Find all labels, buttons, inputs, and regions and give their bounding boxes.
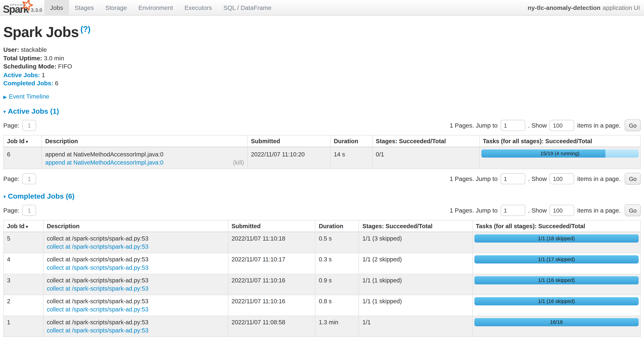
job-detail-link[interactable]: collect at /spark-scripts/spark-ad.py:53 xyxy=(47,285,148,292)
spark-logo: APACHE Spark ™ 3.3.0 xyxy=(0,0,41,15)
col-header-submitted[interactable]: Submitted xyxy=(228,220,315,232)
job-detail-link[interactable]: collect at /spark-scripts/spark-ad.py:53 xyxy=(47,264,148,271)
col-header-stages[interactable]: Stages: Succeeded/Total xyxy=(372,135,479,147)
pages-text: 1 Pages. Jump to xyxy=(450,207,498,214)
job-detail-link[interactable]: collect at /spark-scripts/spark-ad.py:53 xyxy=(47,243,148,250)
jump-to-input[interactable] xyxy=(500,173,525,184)
items-text: items in a page. xyxy=(577,175,621,182)
jump-to-input[interactable] xyxy=(500,120,525,131)
submitted-cell: 2022/11/07 11:10:17 xyxy=(228,253,315,274)
col-header-tasks[interactable]: Tasks (for all stages): Succeeded/Total xyxy=(472,220,640,232)
table-row: 6 append at NativeMethodAccessorImpl.jav… xyxy=(4,147,640,169)
stages-cell: 1/1 (1 skipped) xyxy=(359,274,472,295)
application-name-bold: ny-tlc-anomaly-detection xyxy=(528,4,600,11)
col-header-description[interactable]: Description xyxy=(43,220,228,232)
pagination-controls: 1 Pages. Jump to . Show items in a page.… xyxy=(450,119,641,131)
go-button[interactable]: Go xyxy=(625,119,641,131)
job-detail-link[interactable]: collect at /spark-scripts/spark-ad.py:53 xyxy=(47,306,148,313)
tab-stages[interactable]: Stages xyxy=(69,0,100,15)
tab-executors[interactable]: Executors xyxy=(179,0,218,15)
pagination-row: Page: 1 Pages. Jump to . Show items in a… xyxy=(3,204,641,216)
go-button[interactable]: Go xyxy=(625,173,641,185)
pagination-controls: 1 Pages. Jump to . Show items in a page.… xyxy=(450,204,641,216)
col-header-job-id[interactable]: Job Id▾ xyxy=(4,135,42,147)
submitted-cell: 2022/11/07 11:08:58 xyxy=(228,316,315,337)
job-description-text: collect at /spark-scripts/spark-ad.py:53 xyxy=(47,235,224,242)
summary-completed-jobs: Completed Jobs: 6 xyxy=(3,80,641,86)
tasks-progress-bar: 15/19 (4 running) xyxy=(481,149,639,158)
table-row: 2 collect at /spark-scripts/spark-ad.py:… xyxy=(4,295,640,316)
expand-arrow-icon: ▶ xyxy=(3,94,7,99)
active-jobs-link[interactable]: Active Jobs: xyxy=(3,71,40,78)
go-button[interactable]: Go xyxy=(625,204,641,216)
page-number-input[interactable] xyxy=(22,173,36,184)
submitted-cell: 2022/11/07 11:10:20 xyxy=(248,147,330,169)
table-row: 1 collect at /spark-scripts/spark-ad.py:… xyxy=(4,316,640,337)
page-selector: Page: xyxy=(3,120,36,131)
col-header-job-id[interactable]: Job Id▾ xyxy=(4,220,43,232)
pages-text: 1 Pages. Jump to xyxy=(450,175,498,182)
tasks-progress-cell: 1/1 (17 skipped) xyxy=(472,253,640,274)
duration-cell: 0.8 s xyxy=(315,295,359,316)
job-id-cell: 1 xyxy=(4,316,43,337)
col-header-stages[interactable]: Stages: Succeeded/Total xyxy=(359,220,472,232)
job-id-cell: 5 xyxy=(4,232,43,253)
job-description-text: collect at /spark-scripts/spark-ad.py:53 xyxy=(47,277,224,284)
spark-logo-mark: APACHE Spark ™ xyxy=(3,1,29,14)
job-summary-list: User: stackable Total Uptime: 3.0 min Sc… xyxy=(3,46,641,87)
job-description-text: collect at /spark-scripts/spark-ad.py:53 xyxy=(47,319,224,326)
duration-cell: 0.3 s xyxy=(315,253,359,274)
application-name: ny-tlc-anomaly-detection application UI xyxy=(528,0,644,15)
job-detail-link[interactable]: append at NativeMethodAccessorImpl.java:… xyxy=(45,159,164,166)
items-per-page-input[interactable] xyxy=(550,173,574,184)
stages-cell: 1/1 (3 skipped) xyxy=(359,232,472,253)
col-header-description[interactable]: Description xyxy=(42,135,248,147)
col-header-duration[interactable]: Duration xyxy=(330,135,372,147)
col-header-tasks[interactable]: Tasks (for all stages): Succeeded/Total xyxy=(479,135,640,147)
progress-label: 1/1 (17 skipped) xyxy=(474,255,638,264)
duration-cell: 0.5 s xyxy=(315,232,359,253)
page-number-input[interactable] xyxy=(22,120,36,131)
items-per-page-input[interactable] xyxy=(550,120,574,131)
completed-jobs-section-header[interactable]: ▾Completed Jobs (6) xyxy=(3,192,641,201)
tab-environment[interactable]: Environment xyxy=(133,0,179,15)
tasks-progress-bar: 1/1 (17 skipped) xyxy=(474,255,638,264)
tab-sql-dataframe[interactable]: SQL / DataFrame xyxy=(218,0,277,15)
completed-jobs-link[interactable]: Completed Jobs: xyxy=(3,80,53,86)
summary-scheduling-mode: Scheduling Mode: FIFO xyxy=(3,63,641,70)
pages-text: 1 Pages. Jump to xyxy=(450,122,498,129)
page-title: Spark Jobs(?) xyxy=(3,24,641,40)
tasks-progress-bar: 1/1 (16 skipped) xyxy=(474,297,638,305)
page-selector: Page: xyxy=(3,173,36,184)
summary-active-jobs: Active Jobs: 1 xyxy=(3,71,641,78)
logo-trademark: ™ xyxy=(26,12,28,14)
show-text: . Show xyxy=(528,175,547,182)
page-number-input[interactable] xyxy=(22,205,36,216)
duration-cell: 1.3 min xyxy=(315,316,359,337)
col-header-duration[interactable]: Duration xyxy=(315,220,359,232)
tab-jobs[interactable]: Jobs xyxy=(44,0,69,15)
top-navbar: APACHE Spark ™ 3.3.0 Jobs Stages Storage… xyxy=(0,0,644,16)
col-header-submitted[interactable]: Submitted xyxy=(248,135,330,147)
help-link[interactable]: (?) xyxy=(80,25,90,34)
tasks-progress-cell: 1/1 (16 skipped) xyxy=(472,274,640,295)
kill-link[interactable]: (kill) xyxy=(233,159,244,166)
items-per-page-input[interactable] xyxy=(550,205,574,216)
show-text: . Show xyxy=(528,207,547,214)
jump-to-input[interactable] xyxy=(500,205,525,216)
stages-cell: 1/1 xyxy=(359,316,472,337)
page-label: Page: xyxy=(3,122,20,129)
event-timeline-toggle[interactable]: ▶Event Timeline xyxy=(3,93,641,100)
spark-ui-page: APACHE Spark ™ 3.3.0 Jobs Stages Storage… xyxy=(0,0,644,337)
application-name-suffix: application UI xyxy=(602,4,640,11)
job-description-text: collect at /spark-scripts/spark-ad.py:53 xyxy=(47,298,224,305)
job-detail-link[interactable]: collect at /spark-scripts/spark-ad.py:53 xyxy=(47,327,148,334)
job-description-text: append at NativeMethodAccessorImpl.java:… xyxy=(45,151,244,158)
items-text: items in a page. xyxy=(577,122,621,129)
page-label: Page: xyxy=(3,175,20,182)
nav-tabs: Jobs Stages Storage Environment Executor… xyxy=(44,0,277,15)
tab-storage[interactable]: Storage xyxy=(100,0,132,15)
pagination-row: Page: 1 Pages. Jump to . Show items in a… xyxy=(3,119,641,131)
active-jobs-section-header[interactable]: ▾Active Jobs (1) xyxy=(3,107,641,116)
progress-label: 1/1 (16 skipped) xyxy=(474,276,638,284)
